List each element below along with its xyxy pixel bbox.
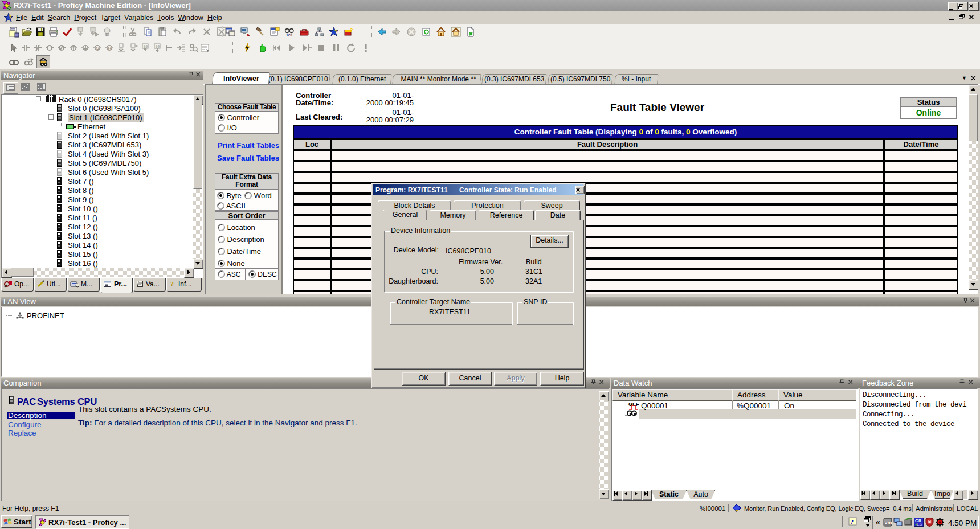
svg-text:?: ? bbox=[350, 27, 353, 33]
svg-text:?: ? bbox=[9, 14, 12, 20]
svg-text:123: 123 bbox=[286, 33, 292, 37]
svg-text:99: 99 bbox=[156, 44, 160, 48]
svg-text:?: ? bbox=[170, 280, 174, 288]
svg-text:ES: ES bbox=[917, 522, 922, 526]
svg-text:R: R bbox=[108, 46, 112, 51]
svg-text:?: ? bbox=[851, 518, 854, 525]
svg-text:?: ? bbox=[334, 28, 338, 34]
svg-text:vm: vm bbox=[885, 520, 892, 526]
svg-text:S: S bbox=[96, 46, 100, 51]
